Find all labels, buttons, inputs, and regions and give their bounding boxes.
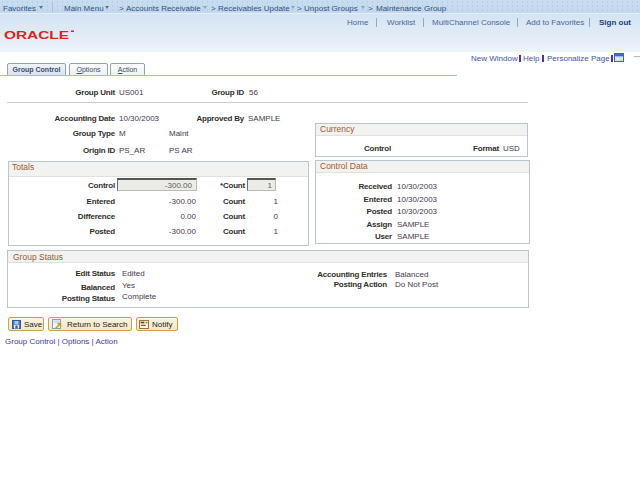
svg-text:ORACLE: ORACLE xyxy=(4,30,69,41)
